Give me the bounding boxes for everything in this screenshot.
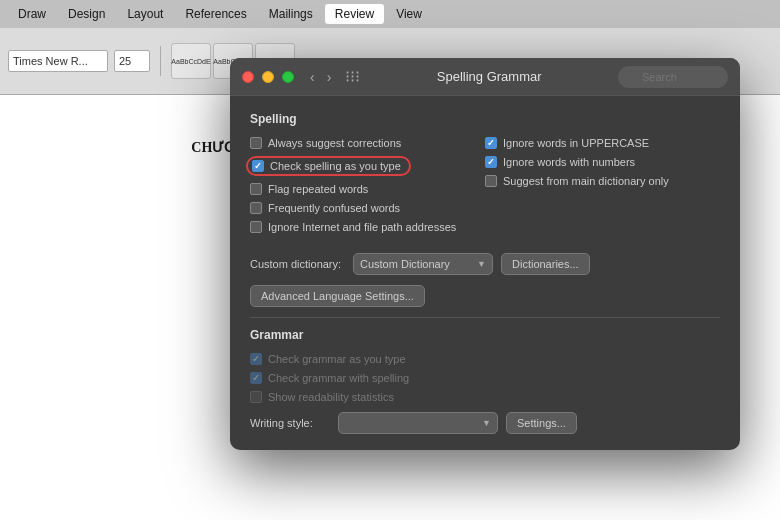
writing-style-select[interactable]: ▼ xyxy=(338,412,498,434)
checkbox-always-suggest[interactable] xyxy=(250,137,262,149)
search-wrapper: 🔍 xyxy=(618,66,728,88)
label-frequently-confused: Frequently confused words xyxy=(268,202,400,214)
custom-dict-row: Custom dictionary: Custom Dictionary ▼ D… xyxy=(250,253,720,275)
tab-design[interactable]: Design xyxy=(58,4,115,24)
advanced-btn-row: Advanced Language Settings... xyxy=(250,283,720,307)
label-check-spelling: Check spelling as you type xyxy=(270,160,401,172)
label-show-readability: Show readability statistics xyxy=(268,391,394,403)
option-check-spelling: Check spelling as you type xyxy=(250,155,485,177)
label-check-grammar-spelling: Check grammar with spelling xyxy=(268,372,409,384)
style-normal[interactable]: AaBbCcDdE xyxy=(171,43,211,79)
label-suggest-main-only: Suggest from main dictionary only xyxy=(503,175,669,187)
writing-style-label: Writing style: xyxy=(250,417,330,429)
option-ignore-uppercase: Ignore words in UPPERCASE xyxy=(485,136,720,150)
checkbox-check-grammar-type[interactable] xyxy=(250,353,262,365)
checkbox-show-readability[interactable] xyxy=(250,391,262,403)
spelling-options-left: Always suggest corrections Check spellin… xyxy=(250,136,485,239)
tab-references[interactable]: References xyxy=(175,4,256,24)
spelling-grammar-dialog: ‹ › ⁝⁝⁝ Spelling Grammar 🔍 Spelling Alwa… xyxy=(230,58,740,450)
grammar-section-title: Grammar xyxy=(250,328,720,342)
checkbox-check-grammar-spelling[interactable] xyxy=(250,372,262,384)
checkbox-flag-repeated[interactable] xyxy=(250,183,262,195)
grid-button[interactable]: ⁝⁝⁝ xyxy=(345,67,360,86)
tab-review[interactable]: Review xyxy=(325,4,384,24)
option-show-readability: Show readability statistics xyxy=(250,390,720,404)
option-ignore-numbers: Ignore words with numbers xyxy=(485,155,720,169)
close-button[interactable] xyxy=(242,71,254,83)
checkbox-check-spelling[interactable] xyxy=(252,160,264,172)
font-size-input[interactable] xyxy=(114,50,150,72)
label-ignore-uppercase: Ignore words in UPPERCASE xyxy=(503,137,649,149)
maximize-button[interactable] xyxy=(282,71,294,83)
highlighted-check-spelling: Check spelling as you type xyxy=(246,156,411,176)
grammar-options: Check grammar as you type Check grammar … xyxy=(250,352,720,404)
tab-mailings[interactable]: Mailings xyxy=(259,4,323,24)
checkbox-frequently-confused[interactable] xyxy=(250,202,262,214)
option-ignore-internet: Ignore Internet and file path addresses xyxy=(250,220,485,234)
spelling-options-grid: Always suggest corrections Check spellin… xyxy=(250,136,720,239)
advanced-language-settings-button[interactable]: Advanced Language Settings... xyxy=(250,285,425,307)
label-ignore-internet: Ignore Internet and file path addresses xyxy=(268,221,456,233)
writing-style-value xyxy=(345,417,445,429)
option-flag-repeated: Flag repeated words xyxy=(250,182,485,196)
spelling-section-title: Spelling xyxy=(250,112,720,126)
dialog-title: Spelling Grammar xyxy=(368,69,610,84)
minimize-button[interactable] xyxy=(262,71,274,83)
checkbox-ignore-uppercase[interactable] xyxy=(485,137,497,149)
dialog-titlebar: ‹ › ⁝⁝⁝ Spelling Grammar 🔍 xyxy=(230,58,740,96)
nav-arrows: ‹ › xyxy=(306,69,335,85)
tab-draw[interactable]: Draw xyxy=(8,4,56,24)
back-button[interactable]: ‹ xyxy=(306,69,319,85)
spelling-options-right: Ignore words in UPPERCASE Ignore words w… xyxy=(485,136,720,239)
label-check-grammar-type: Check grammar as you type xyxy=(268,353,406,365)
tab-layout[interactable]: Layout xyxy=(117,4,173,24)
tab-view[interactable]: View xyxy=(386,4,432,24)
option-always-suggest: Always suggest corrections xyxy=(250,136,485,150)
custom-dict-label: Custom dictionary: xyxy=(250,258,345,270)
option-suggest-main-only: Suggest from main dictionary only xyxy=(485,174,720,188)
option-check-grammar-type: Check grammar as you type xyxy=(250,352,720,366)
checkbox-ignore-numbers[interactable] xyxy=(485,156,497,168)
dict-select[interactable]: Custom Dictionary ▼ xyxy=(353,253,493,275)
checkbox-suggest-main-only[interactable] xyxy=(485,175,497,187)
label-ignore-numbers: Ignore words with numbers xyxy=(503,156,635,168)
label-always-suggest: Always suggest corrections xyxy=(268,137,401,149)
dict-select-chevron: ▼ xyxy=(477,259,486,269)
option-check-grammar-spelling: Check grammar with spelling xyxy=(250,371,720,385)
font-selector[interactable] xyxy=(8,50,108,72)
writing-style-row: Writing style: ▼ Settings... xyxy=(250,412,720,434)
section-divider xyxy=(250,317,720,318)
dialog-body: Spelling Always suggest corrections Chec… xyxy=(230,96,740,450)
toolbar-divider-1 xyxy=(160,46,161,76)
checkbox-ignore-internet[interactable] xyxy=(250,221,262,233)
forward-button[interactable]: › xyxy=(323,69,336,85)
option-frequently-confused: Frequently confused words xyxy=(250,201,485,215)
settings-button[interactable]: Settings... xyxy=(506,412,577,434)
ribbon-tabs: Draw Design Layout References Mailings R… xyxy=(0,0,780,28)
writing-style-chevron: ▼ xyxy=(482,418,491,428)
search-input[interactable] xyxy=(618,66,728,88)
dictionaries-button[interactable]: Dictionaries... xyxy=(501,253,590,275)
label-flag-repeated: Flag repeated words xyxy=(268,183,368,195)
dict-select-value: Custom Dictionary xyxy=(360,258,450,270)
